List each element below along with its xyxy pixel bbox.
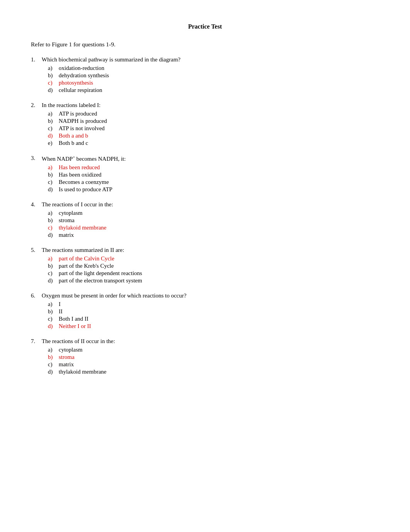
q6-answer-a: a) I: [48, 301, 379, 308]
q5-number: 5.: [31, 247, 39, 253]
q6-text: Oxygen must be present in order for whic…: [42, 292, 379, 299]
q3-number: 3.: [31, 155, 39, 162]
question-5: 5. The reactions summarized in II are: a…: [31, 247, 379, 284]
q3-answer-d: d) Is used to produce ATP: [48, 186, 379, 193]
q2-text: In the reactions labeled I:: [42, 102, 379, 109]
q2-answer-c: c) ATP is not involved: [48, 125, 379, 132]
q3-answer-a: a) Has been reduced: [48, 164, 379, 171]
q7-text: The reactions of II occur in the:: [42, 338, 379, 345]
q5-answer-b: b) part of the Kreb's Cycle: [48, 263, 379, 269]
q5-text: The reactions summarized in II are:: [42, 247, 379, 253]
q1-answers: a) oxidation-reduction b) dehydration sy…: [48, 65, 379, 93]
refer-line: Refer to Figure 1 for questions 1-9.: [31, 41, 379, 48]
question-6: 6. Oxygen must be present in order for w…: [31, 292, 379, 330]
q1-answer-b: b) dehydration synthesis: [48, 72, 379, 79]
q4-answer-b: b) stroma: [48, 217, 379, 224]
q4-answer-c: c) thylakoid membrane: [48, 224, 379, 231]
question-1: 1. Which biochemical pathway is summariz…: [31, 56, 379, 93]
q3-answer-c: c) Becomes a coenzyme: [48, 179, 379, 185]
q1-answer-c: c) photosynthesis: [48, 80, 379, 86]
q3-answers: a) Has been reduced b) Has been oxidized…: [48, 164, 379, 193]
q6-number: 6.: [31, 292, 39, 299]
q6-answer-d: d) Neither I or II: [48, 323, 379, 330]
question-4: 4. The reactions of I occur in the: a) c…: [31, 201, 379, 238]
q3-answer-b: b) Has been oxidized: [48, 172, 379, 178]
page-title: Practice Test: [31, 23, 379, 30]
q7-answer-c: c) matrix: [48, 361, 379, 368]
question-3: 3. When NADP+ becomes NADPH, it: a) Has …: [31, 155, 379, 193]
q7-answers: a) cytoplasm b) stroma c) matrix d) thyl…: [48, 347, 379, 375]
q4-answer-a: a) cytoplasm: [48, 210, 379, 216]
q1-answer-d: d) cellular respiration: [48, 87, 379, 93]
q2-answer-e: e) Both b and c: [48, 140, 379, 146]
q2-answers: a) ATP is produced b) NADPH is produced …: [48, 110, 379, 146]
q7-number: 7.: [31, 338, 39, 345]
q2-answer-a: a) ATP is produced: [48, 110, 379, 117]
q4-answers: a) cytoplasm b) stroma c) thylakoid memb…: [48, 210, 379, 238]
q7-answer-d: d) thylakoid membrane: [48, 369, 379, 375]
q2-number: 2.: [31, 102, 39, 109]
q1-answer-a: a) oxidation-reduction: [48, 65, 379, 71]
q5-answer-a: a) part of the Calvin Cycle: [48, 255, 379, 262]
q4-text: The reactions of I occur in the:: [42, 201, 379, 208]
q1-text: Which biochemical pathway is summarized …: [42, 56, 379, 63]
q2-answer-b: b) NADPH is produced: [48, 118, 379, 124]
questions-list: 1. Which biochemical pathway is summariz…: [31, 56, 379, 375]
q5-answer-d: d) part of the electron transport system: [48, 277, 379, 284]
q6-answer-c: c) Both I and II: [48, 316, 379, 322]
question-7: 7. The reactions of II occur in the: a) …: [31, 338, 379, 375]
q4-number: 4.: [31, 201, 39, 208]
q6-answer-b: b) II: [48, 308, 379, 315]
q5-answers: a) part of the Calvin Cycle b) part of t…: [48, 255, 379, 284]
q4-answer-d: d) matrix: [48, 232, 379, 238]
q5-answer-c: c) part of the light dependent reactions: [48, 270, 379, 277]
q3-text: When NADP+ becomes NADPH, it:: [42, 155, 379, 162]
question-2: 2. In the reactions labeled I: a) ATP is…: [31, 102, 379, 146]
q7-answer-b: b) stroma: [48, 354, 379, 360]
q6-answers: a) I b) II c) Both I and II d) Neither I…: [48, 301, 379, 330]
q2-answer-d: d) Both a and b: [48, 133, 379, 139]
q1-number: 1.: [31, 56, 39, 63]
q7-answer-a: a) cytoplasm: [48, 347, 379, 353]
